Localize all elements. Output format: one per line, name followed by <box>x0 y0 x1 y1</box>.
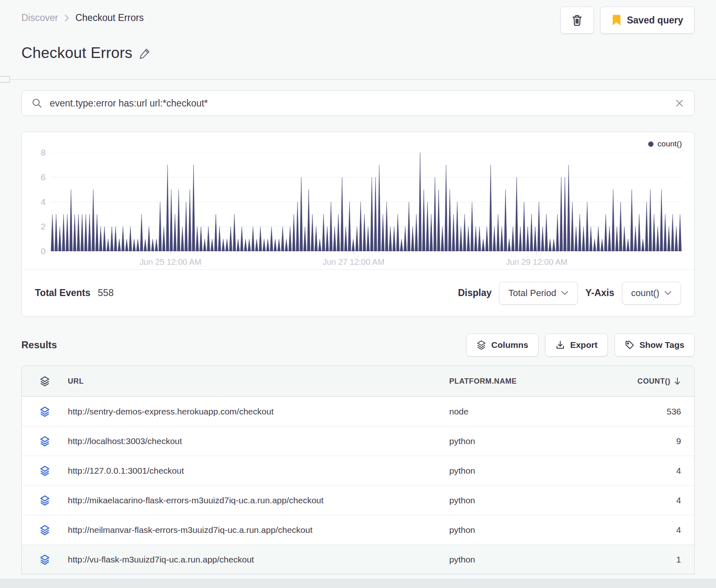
breadcrumb: Discover Checkout Errors <box>21 7 144 23</box>
window-bottom-edge <box>0 579 716 588</box>
chart-plot-area[interactable] <box>51 153 682 251</box>
cell-count: 4 <box>619 525 681 535</box>
results-actions: Columns Export Show Tags <box>466 333 695 357</box>
cell-platform: python <box>449 555 608 565</box>
stack-icon[interactable] <box>33 554 56 565</box>
saved-query-label: Saved query <box>627 15 683 26</box>
edit-title-pencil-icon[interactable] <box>139 47 151 59</box>
layers-icon <box>476 340 486 350</box>
table-header-row: URL PLATFORM.NAME COUNT() <box>22 366 694 397</box>
chart-y-axis: 8 6 4 2 0 <box>32 153 51 251</box>
breadcrumb-discover[interactable]: Discover <box>21 12 58 23</box>
column-header-url[interactable]: URL <box>68 377 438 386</box>
export-button[interactable]: Export <box>545 333 608 357</box>
yaxis-dropdown[interactable]: count() <box>622 282 681 305</box>
cell-count: 4 <box>619 466 681 476</box>
total-events: Total Events 558 <box>35 287 113 299</box>
bookmark-icon <box>612 14 621 26</box>
download-icon <box>555 340 565 350</box>
chart-x-axis: Jun 25 12:00 AM Jun 27 12:00 AM Jun 29 1… <box>51 251 682 269</box>
columns-button[interactable]: Columns <box>466 333 538 357</box>
sort-descending-icon <box>674 377 681 386</box>
cell-url[interactable]: http://sentry-demos-express.herokuapp.co… <box>68 407 438 417</box>
y-tick-6: 6 <box>41 172 46 182</box>
cell-url[interactable]: http://127.0.0.1:3001/checkout <box>68 466 438 476</box>
legend-series-dot <box>648 141 654 147</box>
search-input[interactable] <box>50 98 667 109</box>
breadcrumb-chevron-icon <box>64 14 69 23</box>
table-row[interactable]: http://neilmanvar-flask-errors-m3uuizd7i… <box>22 515 694 545</box>
results-table: URL PLATFORM.NAME COUNT() http://sentry-… <box>21 366 695 574</box>
stack-icon[interactable] <box>33 465 56 476</box>
clear-search-icon[interactable] <box>674 98 684 108</box>
topbar-actions: Saved query <box>560 7 695 34</box>
total-events-value: 558 <box>98 287 113 299</box>
spike-chart-svg <box>51 153 682 251</box>
cell-count: 4 <box>619 495 681 505</box>
chart-controls: Display Total Period Y-Axis count() <box>458 282 681 305</box>
y-tick-4: 4 <box>41 197 46 207</box>
cell-platform: python <box>449 466 608 476</box>
stack-icon[interactable] <box>33 436 56 447</box>
column-header-count[interactable]: COUNT() <box>619 377 681 386</box>
title-row: Checkout Errors <box>21 44 695 62</box>
delete-query-button[interactable] <box>560 7 594 34</box>
columns-label: Columns <box>491 340 528 350</box>
table-row[interactable]: http://127.0.0.1:3001/checkout python 4 <box>22 456 694 486</box>
table-row[interactable]: http://sentry-demos-express.herokuapp.co… <box>22 397 694 426</box>
cell-count: 9 <box>619 436 681 446</box>
stack-icon[interactable] <box>33 495 56 506</box>
chart-footer: Total Events 558 Display Total Period Y-… <box>22 269 694 316</box>
display-label: Display <box>458 287 492 299</box>
x-tick-2: Jun 29 12:00 AM <box>506 251 568 267</box>
column-header-platform[interactable]: PLATFORM.NAME <box>449 377 608 386</box>
cell-platform: node <box>449 407 608 417</box>
chevron-down-icon <box>664 291 672 296</box>
stack-icon[interactable] <box>33 376 56 387</box>
trash-icon <box>571 14 583 27</box>
cell-platform: python <box>449 495 608 505</box>
show-tags-button[interactable]: Show Tags <box>614 333 695 357</box>
saved-query-button[interactable]: Saved query <box>600 7 695 34</box>
cell-platform: python <box>449 525 608 535</box>
chevron-down-icon <box>561 291 568 296</box>
discover-page: Discover Checkout Errors Saved query <box>0 0 716 588</box>
yaxis-dropdown-value: count() <box>631 288 659 299</box>
table-row[interactable]: http://vu-flask-m3uuizd7iq-uc.a.run.app/… <box>22 545 694 574</box>
cell-url[interactable]: http://neilmanvar-flask-errors-m3uuizd7i… <box>68 525 438 535</box>
count-header-label: COUNT() <box>637 377 670 386</box>
y-tick-0: 0 <box>41 246 46 256</box>
header-divider <box>0 79 716 80</box>
cell-count: 1 <box>619 555 681 565</box>
export-label: Export <box>570 340 598 350</box>
chart-legend[interactable]: count() <box>22 132 694 148</box>
stack-icon[interactable] <box>33 406 56 417</box>
breadcrumb-current: Checkout Errors <box>75 12 143 23</box>
stack-icon[interactable] <box>33 525 56 535</box>
panel-resize-handle[interactable] <box>0 76 10 83</box>
cell-url[interactable]: http://mikaelacarino-flask-errors-m3uuiz… <box>68 495 438 505</box>
tag-icon <box>625 340 635 350</box>
total-events-label: Total Events <box>35 287 90 299</box>
y-tick-2: 2 <box>41 222 46 231</box>
search-bar <box>21 90 695 116</box>
x-tick-0: Jun 25 12:00 AM <box>140 251 201 267</box>
results-title: Results <box>21 339 57 351</box>
table-row[interactable]: http://localhost:3003/checkout python 9 <box>22 426 694 456</box>
results-header: Results Columns Export <box>21 333 695 357</box>
legend-series-label: count() <box>658 139 682 148</box>
cell-url[interactable]: http://localhost:3003/checkout <box>68 436 438 446</box>
events-chart-panel: count() 8 6 4 2 0 Jun 25 12:00 <box>21 132 695 317</box>
yaxis-label: Y-Axis <box>585 287 614 299</box>
page-title: Checkout Errors <box>21 44 132 62</box>
cell-count: 536 <box>619 407 681 417</box>
search-icon <box>32 98 42 109</box>
display-dropdown[interactable]: Total Period <box>499 282 578 305</box>
cell-url[interactable]: http://vu-flask-m3uuizd7iq-uc.a.run.app/… <box>68 555 438 565</box>
y-tick-8: 8 <box>41 148 46 157</box>
show-tags-label: Show Tags <box>640 340 684 350</box>
cell-platform: python <box>449 436 608 446</box>
table-row[interactable]: http://mikaelacarino-flask-errors-m3uuiz… <box>22 486 694 515</box>
x-tick-1: Jun 27 12:00 AM <box>323 251 384 267</box>
top-bar: Discover Checkout Errors Saved query <box>21 0 695 34</box>
